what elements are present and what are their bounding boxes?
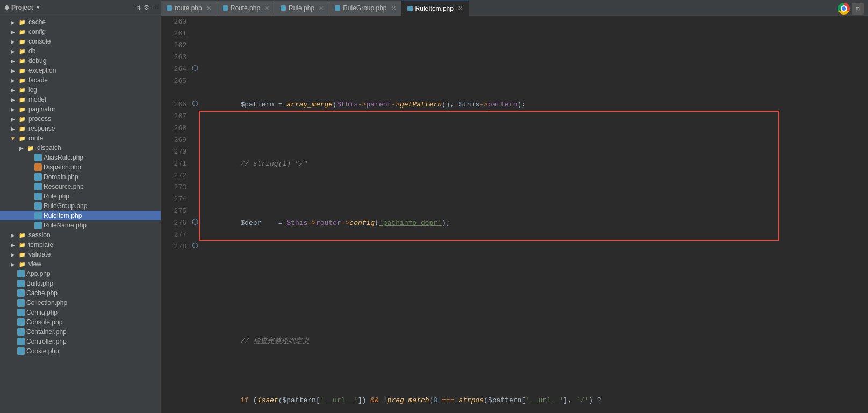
layout-icon[interactable]: ⇅ [137, 3, 141, 12]
sidebar-item-config[interactable]: ▶ 📁 config [0, 27, 161, 37]
file-tree: ▶ 📁 cache ▶ 📁 config ▶ 📁 console ▶ 📁 db … [0, 15, 161, 413]
settings-icon[interactable]: ⚙ [144, 3, 148, 12]
sidebar-item-db[interactable]: ▶ 📁 db [0, 46, 161, 56]
code-editor[interactable]: 260 261 262 263 264 265 266 267 268 269 … [161, 16, 868, 413]
folder-icon: 📁 [17, 28, 27, 35]
gutter-bookmark-265: ⬡ [192, 63, 198, 73]
sidebar-item-label: Container.php [26, 328, 67, 336]
sidebar-item-console-php[interactable]: Console.php [0, 317, 161, 327]
sidebar-item-aliasrule[interactable]: AliasRule.php [0, 153, 161, 162]
folder-icon: 📁 [17, 47, 27, 55]
sidebar-item-console[interactable]: ▶ 📁 console [0, 37, 161, 46]
sidebar-item-process[interactable]: ▶ 📁 process [0, 114, 161, 124]
arrow-icon: ▶ [9, 232, 17, 238]
sidebar-item-config-php[interactable]: Config.php [0, 308, 161, 317]
php-file-icon [17, 270, 25, 277]
sidebar-item-ruleitem[interactable]: RuleItem.php [0, 211, 161, 220]
tab-close-button[interactable]: ✕ [319, 5, 324, 12]
arrow-icon: ▶ [9, 106, 17, 112]
php-file-icon [17, 289, 25, 297]
sidebar-item-container[interactable]: Container.php [0, 327, 161, 337]
sidebar-item-controller[interactable]: Controller.php [0, 337, 161, 346]
tab-close-button[interactable]: ✕ [264, 5, 269, 12]
sidebar-item-collection[interactable]: Collection.php [0, 298, 161, 308]
tab-close-button[interactable]: ✕ [458, 5, 463, 12]
sidebar-item-log[interactable]: ▶ 📁 log [0, 85, 161, 95]
sidebar-item-response[interactable]: ▶ 📁 response [0, 124, 161, 133]
php-file-icon [17, 347, 25, 355]
arrow-icon: ▶ [9, 116, 17, 122]
sidebar-item-exception[interactable]: ▶ 📁 exception [0, 66, 161, 75]
code-line-262: $depr = $this->router->config('pathinfo_… [207, 217, 863, 229]
sidebar-item-domain[interactable]: Domain.php [0, 172, 161, 182]
sidebar-item-rulename[interactable]: RuleName.php [0, 220, 161, 230]
tab-rule[interactable]: Rule.php ✕ [275, 1, 329, 16]
project-title: ◆ Project ▼ [4, 4, 41, 11]
sidebar-item-cache[interactable]: ▶ 📁 cache [0, 17, 161, 27]
tab-label: Route.php [231, 4, 260, 12]
tab-route-class[interactable]: Route.php ✕ [217, 1, 275, 16]
sidebar-item-label: RuleName.php [44, 222, 87, 229]
folder-icon: 📁 [17, 76, 27, 84]
sidebar-item-validate[interactable]: ▶ 📁 validate [0, 250, 161, 259]
tab-label: RuleItem.php [415, 5, 454, 12]
main-editor-area: route.php ✕ Route.php ✕ Rule.php ✕ RuleG… [161, 0, 868, 413]
php-file-icon [17, 280, 25, 287]
sidebar-item-resource[interactable]: Resource.php [0, 182, 161, 191]
sidebar-item-rule[interactable]: Rule.php [0, 191, 161, 201]
sidebar-header: ◆ Project ▼ ⇅ ⚙ — [0, 0, 161, 15]
sidebar-item-session[interactable]: ▶ 📁 session [0, 230, 161, 240]
sidebar-item-app[interactable]: App.php [0, 269, 161, 279]
sidebar-item-dispatch[interactable]: ▶ 📁 dispatch [0, 143, 161, 153]
sidebar-item-model[interactable]: ▶ 📁 model [0, 95, 161, 104]
arrow-icon: ▶ [9, 261, 17, 267]
sidebar-item-label: RuleItem.php [44, 212, 82, 219]
arrow-icon: ▶ [9, 252, 17, 258]
arrow-icon: ▶ [9, 242, 17, 248]
tab-close-button[interactable]: ✕ [206, 5, 211, 12]
minimize-icon[interactable]: — [152, 3, 156, 12]
sidebar-item-label: db [28, 47, 35, 55]
sidebar-item-label: config [28, 28, 46, 35]
folder-icon: 📁 [17, 67, 27, 74]
folder-icon: 📁 [17, 251, 27, 258]
code-line-265: if (isset($pattern['__url__']) && !preg_… [207, 395, 863, 407]
sidebar-item-debug[interactable]: ▶ 📁 debug [0, 56, 161, 66]
code-area: 260 261 262 263 264 265 266 267 268 269 … [161, 16, 868, 413]
sidebar-item-label: dispatch [37, 144, 61, 152]
tab-file-icon [281, 5, 286, 11]
folder-icon: 📁 [17, 105, 27, 113]
code-line-263 [207, 276, 863, 288]
sidebar-item-label: Config.php [26, 309, 58, 316]
chrome-icon[interactable] [838, 3, 850, 15]
sidebar-item-label: process [28, 115, 51, 123]
folder-icon: 📁 [17, 38, 27, 45]
folder-icon: 📁 [17, 231, 27, 239]
tab-route-php[interactable]: route.php ✕ [161, 1, 217, 16]
tab-rulegroup[interactable]: RuleGroup.php ✕ [329, 1, 401, 16]
tab-close-button[interactable]: ✕ [391, 5, 396, 12]
sidebar-item-cookie[interactable]: Cookie.php [0, 346, 161, 356]
browser-button[interactable]: ⊞ [852, 3, 864, 15]
sidebar-item-label: Domain.php [44, 173, 78, 181]
sidebar-item-view[interactable]: ▶ 📁 view [0, 259, 161, 269]
sidebar-item-template[interactable]: ▶ 📁 template [0, 240, 161, 250]
sidebar-item-label: exception [28, 67, 56, 74]
sidebar-item-cache-php[interactable]: Cache.php [0, 288, 161, 298]
tab-ruleitem[interactable]: RuleItem.php ✕ [402, 1, 469, 16]
sidebar-item-build[interactable]: Build.php [0, 279, 161, 288]
php-file-icon [17, 338, 25, 345]
sidebar-item-label: Console.php [26, 318, 62, 326]
php-file-icon [34, 163, 42, 171]
folder-icon: 📁 [17, 96, 27, 103]
sidebar-item-route[interactable]: ▼ 📁 route [0, 133, 161, 143]
sidebar-item-paginator[interactable]: ▶ 📁 paginator [0, 104, 161, 114]
arrow-icon: ▶ [9, 87, 17, 93]
sidebar-item-facade[interactable]: ▶ 📁 facade [0, 75, 161, 85]
sidebar-item-label: cache [28, 18, 46, 26]
sidebar-item-rulegroup[interactable]: RuleGroup.php [0, 201, 161, 211]
gutter: ⬡ ⬡ ⬡ ⬡ [191, 16, 202, 413]
sidebar-item-dispatch-php[interactable]: Dispatch.php [0, 162, 161, 172]
arrow-icon: ▶ [9, 58, 17, 64]
php-file-icon [17, 299, 25, 307]
